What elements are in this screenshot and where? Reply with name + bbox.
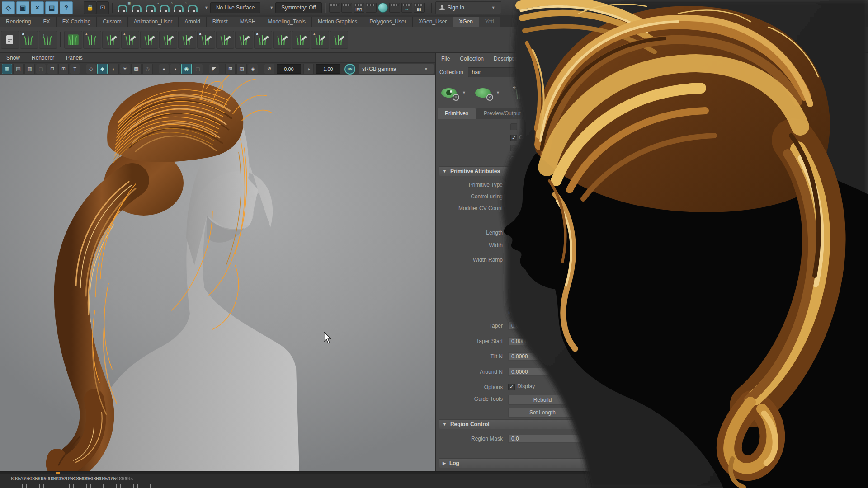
select-components-icon[interactable]: × [31, 1, 44, 14]
slider-handle[interactable] [553, 369, 557, 376]
attr-field-width[interactable]: 0.1000 [508, 241, 550, 249]
xgen-export-icon[interactable]: → [39, 31, 57, 49]
color-management-toggle[interactable]: ON [344, 64, 355, 75]
set-length-button[interactable]: Set Length [508, 408, 577, 418]
shelf-tab-rendering[interactable]: Rendering [0, 17, 37, 27]
collection-name-field[interactable]: hair [468, 67, 562, 77]
viewport-fx-icon[interactable]: ◉ [181, 64, 192, 74]
attr-slider[interactable] [554, 341, 609, 342]
shaded-icon[interactable]: ◆ [97, 64, 108, 74]
place-guides-brush-icon[interactable] [102, 31, 120, 49]
snap-to-grid-icon[interactable]: ▦ [116, 3, 129, 12]
shelf-tab-fx-caching[interactable]: FX Caching [57, 17, 97, 27]
grid-icon[interactable]: ▦ [2, 64, 12, 74]
section-region-control[interactable]: ▼Region Control [439, 419, 619, 429]
exposure-value[interactable]: 0.00 [277, 64, 301, 74]
checkbox-display[interactable]: ✓ [508, 384, 515, 390]
ramp-key-marker[interactable] [509, 288, 514, 293]
snap-to-view-plane-icon[interactable]: ◌ [172, 3, 185, 12]
add-cv-brush-icon[interactable]: + [121, 31, 139, 49]
select-anim-icon[interactable]: ▤ [45, 1, 58, 14]
grease-pencil-icon[interactable]: ▢ [193, 64, 203, 74]
ipr-render-icon[interactable]: IPR [354, 3, 364, 13]
use-all-lights-icon[interactable]: ☀ [120, 64, 130, 74]
chevron-down-icon[interactable]: ▼ [269, 5, 274, 10]
shelf-tab-polygons-user[interactable]: Polygons_User [363, 17, 412, 27]
textured-icon[interactable]: ◐ [108, 64, 119, 74]
field-chart-icon[interactable]: ⊡ [47, 64, 57, 74]
attr-field-control-using[interactable]: Guides [508, 192, 550, 201]
part-brush-icon[interactable] [273, 31, 291, 49]
symmetry-field[interactable]: Symmetry: Off [275, 2, 321, 13]
render-current-frame-icon[interactable] [341, 3, 352, 13]
attr-field-modifier-cv-count[interactable]: 40 [508, 204, 550, 212]
xray-icon[interactable]: ● [159, 64, 169, 74]
multi-cut-icon[interactable]: ▨ [236, 64, 247, 74]
width-ramp-widget[interactable]: R [508, 249, 564, 289]
noise-brush-icon[interactable]: × [254, 31, 272, 49]
comb-brush-icon[interactable] [159, 31, 177, 49]
attr-field-taper-start[interactable]: 0.0000 [508, 337, 550, 345]
attr-slider[interactable] [554, 356, 609, 357]
snap-to-point-icon[interactable]: • [144, 3, 157, 12]
attr-field-tilt-n[interactable]: 0.0000 [508, 352, 550, 361]
create-description-icon[interactable] [64, 31, 82, 49]
highlight-selection-icon[interactable]: ⊡ [96, 1, 109, 14]
length-brush-icon[interactable] [178, 31, 196, 49]
xray-joints-icon[interactable]: ◑ [170, 64, 180, 74]
help-icon[interactable]: ? [60, 1, 73, 14]
checkbox-uniform-cvs[interactable]: ✓ [508, 217, 515, 224]
gamma-value[interactable]: 1.00 [316, 64, 340, 74]
xgen-delete-guides-icon[interactable]: × [20, 31, 38, 49]
checkbox[interactable] [510, 145, 517, 151]
chevron-down-icon[interactable]: ▼ [491, 5, 495, 10]
shelf-tab-yeti[interactable]: Yeti [479, 17, 500, 27]
shelf-tab-modeling-tools[interactable]: Modeling_Tools [262, 17, 312, 27]
resolution-gate-icon[interactable]: ▥ [24, 64, 35, 74]
attr-slider[interactable] [554, 371, 609, 373]
shelf-tab-bifrost[interactable]: Bifrost [207, 17, 234, 27]
attr-field-primitive-type[interactable]: Spline [508, 181, 550, 189]
xgen-menu-file[interactable]: File [441, 56, 450, 62]
sculpt-guides-brush-icon[interactable] [140, 31, 158, 49]
snap-to-curve-icon[interactable]: ~ [130, 3, 143, 12]
color-transform-dropdown[interactable]: sRGB gamma▼ [358, 64, 434, 74]
slider-handle[interactable] [553, 354, 557, 361]
snap-to-projected-center-icon[interactable]: ○ [158, 3, 171, 12]
xgen-description-editor-icon[interactable] [1, 31, 19, 49]
wireframe-icon[interactable]: ◇ [86, 64, 96, 74]
menu-panels[interactable]: Panels [66, 55, 83, 61]
attr-slider[interactable] [554, 325, 609, 327]
make-live-icon[interactable] [186, 3, 199, 12]
render-sequence-icon[interactable] [366, 3, 377, 13]
rebuild-button[interactable]: Rebuild [508, 395, 577, 405]
attr-field-around-n[interactable]: 0.0000 [508, 368, 550, 376]
guide-visibility-icon[interactable]: ⊘ [475, 88, 491, 98]
attr-field-taper[interactable]: 0.0000 [508, 322, 550, 330]
lock-icon[interactable]: 🔒 [84, 1, 96, 14]
contrast-icon[interactable]: ◑ [303, 64, 314, 74]
snapshot-icon[interactable]: ⊠ [225, 64, 236, 74]
sign-in-button[interactable]: Sign In ▼ [435, 1, 501, 14]
slider-handle[interactable] [553, 323, 557, 330]
render-view-icon[interactable] [329, 3, 340, 13]
menu-show[interactable]: Show [6, 55, 20, 61]
add-guides-icon[interactable]: + [83, 31, 101, 49]
attr-field-region-mask[interactable]: 0.0 [508, 435, 585, 443]
checkbox[interactable]: ✓ [510, 135, 517, 141]
smooth-brush-icon[interactable] [292, 31, 310, 49]
live-surface-field[interactable]: No Live Surface [210, 2, 260, 13]
tab-preview-output[interactable]: Preview/Output [476, 108, 528, 119]
shelf-tab-fx[interactable]: FX [37, 17, 56, 27]
select-hierarchy-icon[interactable]: ◇ [2, 1, 15, 14]
select-objects-icon[interactable]: ▣ [16, 1, 29, 14]
density-brush-icon[interactable] [216, 31, 234, 49]
shelf-tab-mash[interactable]: MASH [234, 17, 262, 27]
time-slider[interactable]: 6065707580859095100105110115120125130135… [0, 471, 868, 488]
shelf-tab-arnold[interactable]: Arnold [179, 17, 207, 27]
exposure-icon[interactable]: ↺ [264, 64, 274, 74]
attr-field-length[interactable]: 1.0000 [508, 229, 550, 237]
viewport-canvas[interactable]: persp [0, 75, 435, 471]
film-gate-icon[interactable]: ▤ [13, 64, 24, 74]
cut-render-icon[interactable]: ✂ [401, 3, 412, 13]
